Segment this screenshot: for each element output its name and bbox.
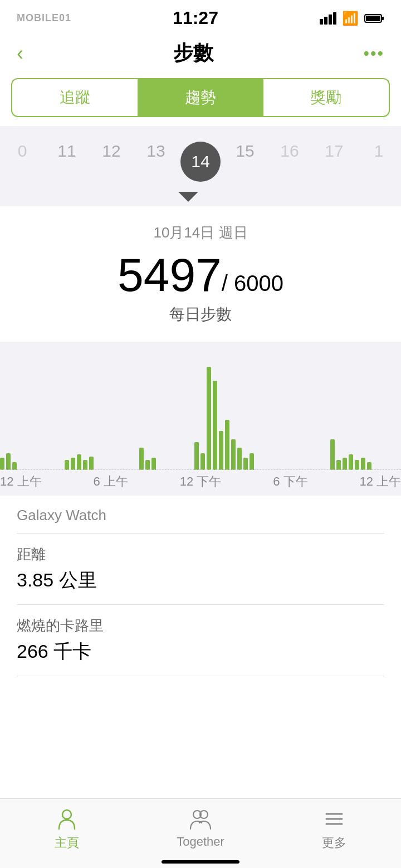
chart-baseline	[0, 469, 401, 470]
stat-distance: 距離 3.85 公里	[17, 534, 384, 605]
status-icons: 📶	[320, 11, 384, 26]
bar	[6, 453, 11, 470]
bar	[349, 454, 353, 470]
bar	[77, 454, 81, 470]
tab-track[interactable]: 追蹤	[12, 79, 138, 116]
steps-value: 5497	[118, 249, 222, 301]
nav-home[interactable]: 主頁	[0, 807, 134, 851]
date-1x[interactable]: 1	[356, 137, 401, 186]
date-13[interactable]: 13	[134, 137, 178, 186]
bar-group-2	[65, 454, 121, 470]
bar	[336, 460, 341, 470]
x-label-2: 12 下午	[180, 473, 222, 490]
date-arrow	[178, 192, 198, 202]
bar	[83, 460, 87, 470]
svg-rect-1	[366, 16, 380, 21]
bar	[367, 462, 371, 470]
steps-label: 每日步數	[17, 304, 384, 325]
stat-distance-value: 3.85 公里	[17, 568, 384, 593]
tab-trend[interactable]: 趨勢	[138, 79, 263, 116]
back-button[interactable]: ‹	[17, 43, 23, 64]
date-15[interactable]: 15	[223, 137, 267, 186]
date-0[interactable]: 0	[0, 137, 45, 186]
wifi-icon: 📶	[342, 11, 359, 26]
bar	[330, 439, 335, 470]
bar	[237, 448, 242, 470]
page-title: 步數	[173, 40, 213, 67]
stat-calories-value: 266 千卡	[17, 639, 384, 665]
bar	[0, 458, 4, 470]
header: ‹ 步數 •••	[0, 34, 401, 78]
bar	[89, 457, 94, 470]
stat-calories: 燃燒的卡路里 266 千卡	[17, 605, 384, 676]
bar	[65, 460, 69, 470]
signal-icon	[320, 12, 336, 25]
bottom-nav: 主頁 Together 更多	[0, 798, 401, 868]
main-content: 10月14日 週日 5497/ 6000 每日步數	[0, 206, 401, 325]
bar	[243, 458, 248, 470]
bar	[194, 442, 199, 470]
x-label-4: 12 上午	[359, 473, 401, 490]
more-button[interactable]: •••	[363, 44, 384, 63]
date-label: 10月14日 週日	[17, 223, 384, 243]
bar	[213, 381, 217, 470]
date-circle-14: 14	[180, 142, 221, 182]
bar-group-1	[0, 453, 47, 470]
bar	[12, 462, 17, 470]
watermark: MOBILE01	[17, 12, 71, 24]
bar	[151, 458, 156, 470]
bar	[343, 458, 347, 470]
stat-distance-label: 距離	[17, 545, 384, 564]
together-icon	[188, 807, 213, 831]
bar	[250, 453, 254, 470]
date-16[interactable]: 16	[267, 137, 312, 186]
date-17[interactable]: 17	[312, 137, 356, 186]
bar-group-4	[194, 367, 312, 470]
bar	[200, 453, 205, 470]
chart-container: 12 上午 6 上午 12 下午 6 下午 12 上午	[0, 342, 401, 496]
bar	[139, 448, 144, 470]
stats-source: Galaxy Watch	[17, 496, 384, 534]
bar	[207, 367, 211, 470]
svg-point-3	[62, 810, 71, 819]
nav-more-label: 更多	[322, 835, 346, 851]
x-label-1: 6 上午	[93, 473, 128, 490]
svg-rect-2	[382, 17, 384, 20]
bar	[145, 460, 150, 470]
steps-goal: / 6000	[222, 271, 283, 295]
bar	[355, 460, 359, 470]
bar	[225, 420, 229, 470]
date-12[interactable]: 12	[89, 137, 134, 186]
steps-display: 5497/ 6000	[17, 251, 384, 298]
bar-group-5	[330, 439, 401, 470]
bottom-spacer	[0, 676, 401, 765]
status-time: 11:27	[173, 8, 218, 28]
date-arrow-container	[0, 192, 401, 206]
nav-together[interactable]: Together	[134, 807, 267, 851]
bar-group-3	[139, 448, 177, 470]
bar	[71, 458, 75, 470]
x-label-3: 6 下午	[273, 473, 307, 490]
home-icon	[55, 807, 79, 831]
chart-x-labels: 12 上午 6 上午 12 下午 6 下午 12 上午	[0, 470, 401, 490]
bar	[219, 431, 223, 470]
nav-together-label: Together	[177, 835, 224, 849]
tab-bar: 追蹤 趨勢 獎勵	[11, 78, 390, 117]
date-row: 0 11 12 13 14 15 16 17 1	[0, 137, 401, 186]
more-icon	[322, 807, 346, 831]
bar	[231, 439, 236, 470]
status-bar: MOBILE01 11:27 📶	[0, 0, 401, 34]
stat-calories-label: 燃燒的卡路里	[17, 616, 384, 636]
nav-more[interactable]: 更多	[267, 807, 401, 851]
battery-icon	[364, 13, 384, 24]
home-indicator	[162, 860, 239, 864]
tab-reward[interactable]: 獎勵	[263, 79, 389, 116]
stats-section: Galaxy Watch 距離 3.85 公里 燃燒的卡路里 266 千卡	[0, 496, 401, 676]
x-label-0: 12 上午	[0, 473, 42, 490]
date-selector: 0 11 12 13 14 15 16 17 1	[0, 126, 401, 192]
bar	[361, 458, 365, 470]
chart-area	[0, 358, 401, 470]
date-11[interactable]: 11	[45, 137, 89, 186]
date-14[interactable]: 14	[178, 137, 223, 186]
nav-home-label: 主頁	[55, 835, 79, 851]
